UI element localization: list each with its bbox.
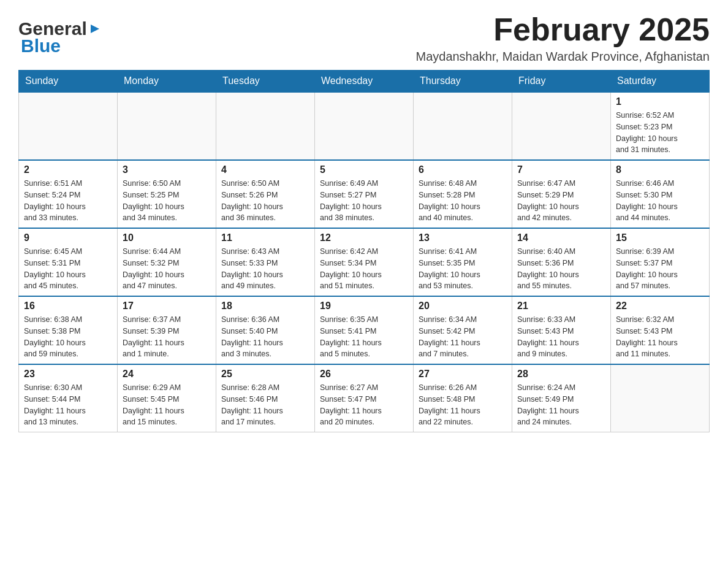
- calendar-cell: 22Sunrise: 6:32 AM Sunset: 5:43 PM Dayli…: [611, 296, 710, 364]
- calendar-week-row: 23Sunrise: 6:30 AM Sunset: 5:44 PM Dayli…: [19, 364, 710, 432]
- day-number: 19: [320, 301, 408, 312]
- calendar-week-row: 9Sunrise: 6:45 AM Sunset: 5:31 PM Daylig…: [19, 228, 710, 296]
- calendar-cell: 11Sunrise: 6:43 AM Sunset: 5:33 PM Dayli…: [216, 228, 315, 296]
- day-number: 22: [616, 301, 704, 312]
- day-info: Sunrise: 6:50 AM Sunset: 5:26 PM Dayligh…: [221, 178, 309, 224]
- logo-arrow-icon: [88, 22, 102, 36]
- calendar-cell: 20Sunrise: 6:34 AM Sunset: 5:42 PM Dayli…: [414, 296, 512, 364]
- day-number: 25: [221, 369, 309, 380]
- calendar-cell: 3Sunrise: 6:50 AM Sunset: 5:25 PM Daylig…: [118, 160, 216, 228]
- day-number: 27: [419, 369, 507, 380]
- logo: General Blue: [18, 18, 102, 56]
- logo-blue-text: Blue: [21, 36, 61, 56]
- day-info: Sunrise: 6:49 AM Sunset: 5:27 PM Dayligh…: [320, 178, 408, 224]
- calendar-cell: 25Sunrise: 6:28 AM Sunset: 5:46 PM Dayli…: [216, 364, 315, 432]
- day-info: Sunrise: 6:28 AM Sunset: 5:46 PM Dayligh…: [221, 382, 309, 428]
- day-info: Sunrise: 6:50 AM Sunset: 5:25 PM Dayligh…: [123, 178, 211, 224]
- calendar-cell: [512, 92, 611, 160]
- calendar-cell: 28Sunrise: 6:24 AM Sunset: 5:49 PM Dayli…: [512, 364, 611, 432]
- day-info: Sunrise: 6:48 AM Sunset: 5:28 PM Dayligh…: [419, 178, 507, 224]
- day-info: Sunrise: 6:42 AM Sunset: 5:34 PM Dayligh…: [320, 246, 408, 292]
- calendar-cell: [611, 364, 710, 432]
- calendar-cell: 13Sunrise: 6:41 AM Sunset: 5:35 PM Dayli…: [414, 228, 512, 296]
- calendar-cell: 8Sunrise: 6:46 AM Sunset: 5:30 PM Daylig…: [611, 160, 710, 228]
- day-info: Sunrise: 6:40 AM Sunset: 5:36 PM Dayligh…: [517, 246, 605, 292]
- day-info: Sunrise: 6:34 AM Sunset: 5:42 PM Dayligh…: [419, 314, 507, 360]
- day-info: Sunrise: 6:35 AM Sunset: 5:41 PM Dayligh…: [320, 314, 408, 360]
- day-number: 6: [419, 164, 507, 175]
- day-info: Sunrise: 6:36 AM Sunset: 5:40 PM Dayligh…: [221, 314, 309, 360]
- day-number: 14: [517, 232, 605, 243]
- calendar-cell: 21Sunrise: 6:33 AM Sunset: 5:43 PM Dayli…: [512, 296, 611, 364]
- day-number: 12: [320, 232, 408, 243]
- calendar-cell: 12Sunrise: 6:42 AM Sunset: 5:34 PM Dayli…: [315, 228, 414, 296]
- day-info: Sunrise: 6:24 AM Sunset: 5:49 PM Dayligh…: [517, 382, 605, 428]
- svg-marker-0: [91, 25, 99, 33]
- calendar-cell: [414, 92, 512, 160]
- calendar-cell: 5Sunrise: 6:49 AM Sunset: 5:27 PM Daylig…: [315, 160, 414, 228]
- day-number: 20: [419, 301, 507, 312]
- day-number: 4: [221, 164, 309, 175]
- calendar-week-row: 2Sunrise: 6:51 AM Sunset: 5:24 PM Daylig…: [19, 160, 710, 228]
- day-info: Sunrise: 6:30 AM Sunset: 5:44 PM Dayligh…: [24, 382, 112, 428]
- day-number: 8: [616, 164, 704, 175]
- day-number: 23: [24, 369, 112, 380]
- calendar-cell: 16Sunrise: 6:38 AM Sunset: 5:38 PM Dayli…: [19, 296, 118, 364]
- weekday-header-cell: Saturday: [611, 71, 710, 93]
- day-number: 2: [24, 164, 112, 175]
- title-block: February 2025 Maydanshakhr, Maidan Warda…: [415, 12, 710, 64]
- day-info: Sunrise: 6:51 AM Sunset: 5:24 PM Dayligh…: [24, 178, 112, 224]
- day-number: 15: [616, 232, 704, 243]
- day-number: 17: [123, 301, 211, 312]
- day-info: Sunrise: 6:44 AM Sunset: 5:32 PM Dayligh…: [123, 246, 211, 292]
- calendar-week-row: 16Sunrise: 6:38 AM Sunset: 5:38 PM Dayli…: [19, 296, 710, 364]
- calendar-cell: [315, 92, 414, 160]
- day-number: 10: [123, 232, 211, 243]
- calendar-cell: 15Sunrise: 6:39 AM Sunset: 5:37 PM Dayli…: [611, 228, 710, 296]
- day-number: 26: [320, 369, 408, 380]
- weekday-header-row: SundayMondayTuesdayWednesdayThursdayFrid…: [19, 71, 710, 93]
- day-number: 7: [517, 164, 605, 175]
- day-info: Sunrise: 6:32 AM Sunset: 5:43 PM Dayligh…: [616, 314, 704, 360]
- day-info: Sunrise: 6:37 AM Sunset: 5:39 PM Dayligh…: [123, 314, 211, 360]
- day-info: Sunrise: 6:26 AM Sunset: 5:48 PM Dayligh…: [419, 382, 507, 428]
- day-info: Sunrise: 6:29 AM Sunset: 5:45 PM Dayligh…: [123, 382, 211, 428]
- calendar-cell: 23Sunrise: 6:30 AM Sunset: 5:44 PM Dayli…: [19, 364, 118, 432]
- day-info: Sunrise: 6:27 AM Sunset: 5:47 PM Dayligh…: [320, 382, 408, 428]
- calendar-cell: 19Sunrise: 6:35 AM Sunset: 5:41 PM Dayli…: [315, 296, 414, 364]
- weekday-header-cell: Thursday: [414, 71, 512, 93]
- month-title: February 2025: [415, 12, 710, 47]
- day-info: Sunrise: 6:41 AM Sunset: 5:35 PM Dayligh…: [419, 246, 507, 292]
- day-number: 9: [24, 232, 112, 243]
- calendar-cell: 24Sunrise: 6:29 AM Sunset: 5:45 PM Dayli…: [118, 364, 216, 432]
- calendar-cell: 7Sunrise: 6:47 AM Sunset: 5:29 PM Daylig…: [512, 160, 611, 228]
- calendar-cell: [216, 92, 315, 160]
- calendar-cell: 1Sunrise: 6:52 AM Sunset: 5:23 PM Daylig…: [611, 92, 710, 160]
- calendar-cell: 2Sunrise: 6:51 AM Sunset: 5:24 PM Daylig…: [19, 160, 118, 228]
- weekday-header-cell: Tuesday: [216, 71, 315, 93]
- weekday-header-cell: Monday: [118, 71, 216, 93]
- day-info: Sunrise: 6:47 AM Sunset: 5:29 PM Dayligh…: [517, 178, 605, 224]
- day-number: 28: [517, 369, 605, 380]
- calendar-cell: 14Sunrise: 6:40 AM Sunset: 5:36 PM Dayli…: [512, 228, 611, 296]
- calendar-table: SundayMondayTuesdayWednesdayThursdayFrid…: [18, 70, 710, 432]
- calendar-cell: 18Sunrise: 6:36 AM Sunset: 5:40 PM Dayli…: [216, 296, 315, 364]
- calendar-cell: 17Sunrise: 6:37 AM Sunset: 5:39 PM Dayli…: [118, 296, 216, 364]
- calendar-cell: 9Sunrise: 6:45 AM Sunset: 5:31 PM Daylig…: [19, 228, 118, 296]
- page-header: General Blue February 2025 Maydanshakhr,…: [18, 12, 710, 64]
- calendar-cell: 27Sunrise: 6:26 AM Sunset: 5:48 PM Dayli…: [414, 364, 512, 432]
- day-info: Sunrise: 6:43 AM Sunset: 5:33 PM Dayligh…: [221, 246, 309, 292]
- day-number: 18: [221, 301, 309, 312]
- day-number: 21: [517, 301, 605, 312]
- calendar-cell: 26Sunrise: 6:27 AM Sunset: 5:47 PM Dayli…: [315, 364, 414, 432]
- day-number: 11: [221, 232, 309, 243]
- calendar-cell: 10Sunrise: 6:44 AM Sunset: 5:32 PM Dayli…: [118, 228, 216, 296]
- day-info: Sunrise: 6:46 AM Sunset: 5:30 PM Dayligh…: [616, 178, 704, 224]
- weekday-header-cell: Sunday: [19, 71, 118, 93]
- day-info: Sunrise: 6:52 AM Sunset: 5:23 PM Dayligh…: [616, 110, 704, 156]
- day-number: 5: [320, 164, 408, 175]
- day-info: Sunrise: 6:33 AM Sunset: 5:43 PM Dayligh…: [517, 314, 605, 360]
- calendar-body: 1Sunrise: 6:52 AM Sunset: 5:23 PM Daylig…: [19, 92, 710, 432]
- day-number: 24: [123, 369, 211, 380]
- weekday-header-cell: Wednesday: [315, 71, 414, 93]
